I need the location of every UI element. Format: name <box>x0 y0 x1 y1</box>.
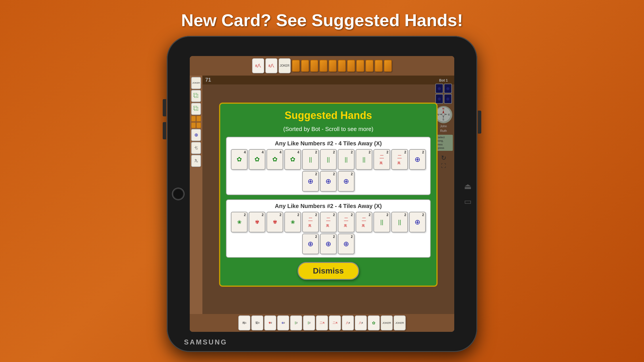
suggested-hands-modal: Suggested Hands (Sorted by Bot - Scroll … <box>219 103 438 287</box>
phone-nav-buttons: ⏏ ▭ <box>464 182 471 206</box>
btile-bamboo-flower[interactable]: ✿ <box>368 315 380 330</box>
btile-bamboo2b[interactable]: || 2 <box>303 315 315 330</box>
hand1-tile-11[interactable]: 2 ⊕ <box>409 149 426 170</box>
hand1-tile-6[interactable]: 2 || <box>320 149 337 170</box>
btile-flower2[interactable]: ✾ 2 <box>264 315 276 330</box>
hand2-tile-1[interactable]: 2 ❀ <box>231 212 248 232</box>
main-game-area: JOKER ⿻ ⿻ <box>190 76 454 314</box>
hand1-tile-9[interactable]: 2 二萬 <box>373 149 390 170</box>
hand1-tile-13[interactable]: 2 ⊕ <box>320 171 337 192</box>
btile-wan2a[interactable]: 二 萬 <box>316 315 328 330</box>
btile-wan2b[interactable]: 二 萬 <box>329 315 341 330</box>
hand2-tile-2[interactable]: 2 ✾ <box>249 212 265 232</box>
game-board: 8 八 8 八 JOKER <box>190 56 454 332</box>
hand2-label: Any Like Numbers #2 - 4 Tiles Away (X) <box>229 203 427 209</box>
hand2-tile-12[interactable]: 2 ⊕ <box>302 234 319 254</box>
back-nav-icon[interactable]: ⏏ <box>464 182 471 191</box>
wall-tile-3 <box>310 60 318 72</box>
brand-logo: SAMSUNG <box>184 338 227 346</box>
hand1-tile-3[interactable]: 4 ✿ <box>267 149 283 170</box>
wall-tile-5 <box>329 60 337 72</box>
left-tile-circle[interactable]: ⊕ <box>191 129 201 141</box>
btile-chrysanthemum[interactable]: 菊 3 <box>251 315 263 330</box>
wall-tile-6 <box>338 60 346 72</box>
hand1-tile-1[interactable]: 4 ✿ <box>231 149 248 170</box>
hand1-tile-10[interactable]: 2 二萬 <box>391 149 408 170</box>
hand1-tiles: 4 ✿ 4 ✿ 4 ✿ <box>229 149 427 192</box>
phone-screen: 8 八 8 八 JOKER <box>190 56 454 332</box>
hand1-tile-14[interactable]: 2 ⊕ <box>338 171 354 192</box>
btile-joker2[interactable]: JOKER <box>394 315 406 330</box>
hand2-tile-8[interactable]: 2 二萬 <box>356 212 372 232</box>
top-banner: New Card? See Suggested Hands! <box>181 10 463 30</box>
wall-tile-8 <box>356 60 364 72</box>
modal-title: Suggested Hands <box>285 109 372 122</box>
left-tile-wan2[interactable]: 九 <box>191 155 201 167</box>
left-tile-bamboo2[interactable]: ⿻ <box>191 103 201 115</box>
center-board: 71 Suggested Hands (Sorted by Bot - Scro… <box>202 76 454 314</box>
hand1-tile-4[interactable]: 4 ✿ <box>284 149 301 170</box>
wall-tile-4 <box>319 60 327 72</box>
bottom-tile-row: 梅 1 菊 3 ✾ 2 ⊕ 2 || 2 <box>190 314 454 332</box>
tile-top-2[interactable]: 8 八 <box>265 58 277 73</box>
hand2-tile-7[interactable]: 2 二萬 <box>338 212 354 232</box>
hand2-tile-11[interactable]: 2 ⊕ <box>409 212 426 232</box>
dismiss-button[interactable]: Dismiss <box>298 262 359 280</box>
copy-nav-icon[interactable]: ▭ <box>464 197 471 206</box>
hand1-tile-2[interactable]: 4 ✿ <box>249 149 265 170</box>
hand1-tile-8[interactable]: 2 || <box>356 149 372 170</box>
btile-joker1[interactable]: JOKER <box>381 315 393 330</box>
btile-plum[interactable]: 梅 1 <box>238 315 250 330</box>
hand2-tile-9[interactable]: 2 || <box>373 212 390 232</box>
volume-down-button[interactable] <box>163 122 166 139</box>
top-tile-row: 8 八 8 八 JOKER <box>190 56 454 76</box>
btile-wan8b[interactable]: 八 8 <box>355 315 367 330</box>
left-tile-joker[interactable]: JOKER <box>191 77 201 89</box>
hand1-tile-5[interactable]: 2 || <box>302 149 319 170</box>
wall-tile-9 <box>365 60 373 72</box>
wall-tile-7 <box>347 60 355 72</box>
hand-section-1: Any Like Numbers #2 - 4 Tiles Away (X) 4… <box>226 137 431 195</box>
left-tile-bamboo1[interactable]: ⿻ <box>191 90 201 102</box>
btile-wan8a[interactable]: 八 8 <box>342 315 354 330</box>
volume-up-button[interactable] <box>163 99 166 116</box>
left-tile-column: JOKER ⿻ ⿻ <box>190 76 202 314</box>
hand2-tile-5[interactable]: 2 二萬 <box>302 212 319 232</box>
hand1-tile-7[interactable]: 2 || <box>338 149 354 170</box>
hand2-tile-14[interactable]: 2 ⊕ <box>338 234 354 254</box>
wall-tile-2 <box>301 60 309 72</box>
hand2-tile-4[interactable]: 2 ❀ <box>284 212 301 232</box>
modal-overlay: Suggested Hands (Sorted by Bot - Scroll … <box>202 76 454 314</box>
hand2-tile-13[interactable]: 2 ⊕ <box>320 234 337 254</box>
hand2-tile-10[interactable]: 2 || <box>391 212 408 232</box>
phone-frame: SAMSUNG ⏏ ▭ 8 八 8 八 JOKER <box>167 36 477 352</box>
hand-section-2: Any Like Numbers #2 - 4 Tiles Away (X) 2… <box>226 199 431 258</box>
hand2-tile-3[interactable]: 2 ✾ <box>267 212 283 232</box>
tile-top-1[interactable]: 8 八 <box>252 58 264 73</box>
modal-subtitle: (Sorted by Bot - Scroll to see more) <box>283 126 373 132</box>
hand2-tiles: 2 ❀ 2 ✾ 2 ✾ <box>229 212 427 254</box>
btile-circle2[interactable]: ⊕ 2 <box>277 315 289 330</box>
camera-icon <box>172 188 184 200</box>
power-button[interactable] <box>478 111 481 134</box>
tile-top-3[interactable]: JOKER <box>279 58 291 73</box>
wall-tile-11 <box>384 60 392 72</box>
hand2-tile-6[interactable]: 2 二萬 <box>320 212 337 232</box>
hand1-label: Any Like Numbers #2 - 4 Tiles Away (X) <box>229 140 427 147</box>
left-tile-wan[interactable]: 七 <box>191 142 201 154</box>
btile-bamboo2a[interactable]: || 2 <box>290 315 302 330</box>
wall-tile-1 <box>292 60 300 72</box>
hand1-tile-12[interactable]: 2 ⊕ <box>302 171 319 192</box>
wall-tile-10 <box>375 60 383 72</box>
